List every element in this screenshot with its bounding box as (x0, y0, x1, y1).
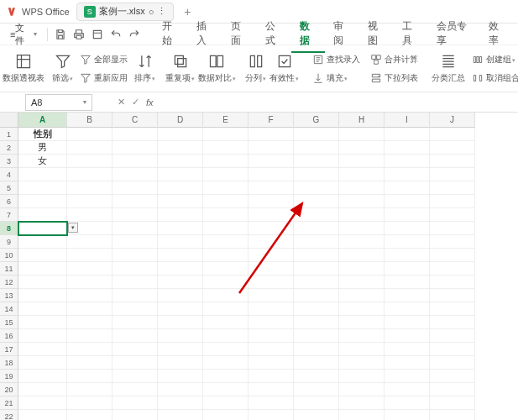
cell[interactable] (67, 289, 112, 302)
cell[interactable] (430, 235, 475, 249)
cell[interactable] (18, 289, 67, 302)
cell[interactable] (158, 141, 203, 155)
cell[interactable] (430, 208, 475, 222)
cell[interactable] (18, 343, 67, 356)
redo-icon[interactable] (128, 29, 140, 40)
cell[interactable] (249, 316, 294, 329)
tab-page[interactable]: 页面 (222, 16, 257, 53)
cell[interactable] (203, 195, 249, 208)
cell[interactable] (385, 396, 430, 410)
cell[interactable] (339, 289, 385, 302)
cell[interactable] (339, 370, 385, 383)
cell[interactable] (385, 168, 430, 181)
cell[interactable] (249, 195, 294, 208)
cell[interactable] (112, 168, 158, 181)
cell[interactable] (18, 235, 67, 249)
cell[interactable] (430, 396, 475, 410)
cell[interactable] (339, 195, 385, 208)
cell[interactable] (112, 370, 158, 383)
cell[interactable] (249, 155, 294, 168)
cell[interactable] (294, 128, 339, 141)
cell[interactable] (430, 356, 475, 370)
cell-dropdown-icon[interactable]: ▾ (68, 223, 78, 233)
cell[interactable] (203, 208, 249, 222)
cell[interactable] (203, 370, 249, 383)
pivot-table-button[interactable]: 数据透视表 (5, 50, 42, 87)
cell[interactable] (294, 356, 339, 370)
cell[interactable] (67, 370, 112, 383)
cell[interactable] (112, 343, 158, 356)
cell[interactable] (112, 302, 158, 316)
name-box[interactable]: A8 ▾ (25, 94, 92, 111)
row-header[interactable]: 14 (0, 302, 18, 316)
cell[interactable] (339, 343, 385, 356)
cell[interactable] (158, 249, 203, 262)
cell[interactable] (249, 128, 294, 141)
cell[interactable] (385, 276, 430, 289)
cell[interactable] (67, 208, 112, 222)
tab-view[interactable]: 视图 (359, 16, 394, 53)
chevron-down-icon[interactable]: ▾ (83, 98, 86, 106)
cell[interactable] (249, 168, 294, 181)
cell[interactable] (430, 249, 475, 262)
cell[interactable] (430, 168, 475, 181)
tab-data[interactable]: 数据 (291, 16, 326, 53)
column-header[interactable]: I (385, 113, 430, 128)
cell[interactable] (385, 356, 430, 370)
row-header[interactable]: 13 (0, 289, 18, 302)
cell[interactable] (339, 249, 385, 262)
cell[interactable] (158, 410, 203, 420)
cell[interactable] (385, 262, 430, 276)
cell[interactable] (203, 302, 249, 316)
cell[interactable] (339, 222, 385, 235)
cell[interactable]: 性别 (18, 128, 67, 141)
tab-review[interactable]: 审阅 (325, 16, 359, 53)
print-preview-icon[interactable] (92, 29, 103, 40)
cell[interactable] (112, 289, 158, 302)
cell[interactable] (203, 181, 249, 195)
cell[interactable] (430, 329, 475, 343)
cell[interactable] (249, 249, 294, 262)
cell[interactable] (67, 302, 112, 316)
cell[interactable] (430, 262, 475, 276)
cell[interactable] (203, 383, 249, 396)
cell[interactable] (249, 343, 294, 356)
cell[interactable] (158, 302, 203, 316)
cell[interactable] (430, 128, 475, 141)
cell[interactable] (112, 128, 158, 141)
row-header[interactable]: 4 (0, 168, 18, 181)
row-header[interactable]: 19 (0, 370, 18, 383)
filter-button[interactable]: 筛选▾ (52, 50, 73, 87)
file-menu-button[interactable]: ≡ 文件 ▾ (3, 20, 44, 49)
cell[interactable] (112, 276, 158, 289)
cell[interactable] (385, 235, 430, 249)
cell[interactable] (339, 155, 385, 168)
cell[interactable] (112, 383, 158, 396)
cell[interactable] (294, 235, 339, 249)
cell[interactable] (249, 235, 294, 249)
cell[interactable] (430, 181, 475, 195)
cell[interactable] (112, 356, 158, 370)
cell[interactable] (249, 302, 294, 316)
cell[interactable] (294, 208, 339, 222)
cell[interactable] (67, 181, 112, 195)
row-header[interactable]: 17 (0, 343, 18, 356)
sort-button[interactable]: 排序▾ (134, 50, 155, 87)
cell[interactable] (249, 222, 294, 235)
cell[interactable] (67, 343, 112, 356)
cell[interactable] (203, 276, 249, 289)
cell[interactable] (339, 316, 385, 329)
cell[interactable] (339, 208, 385, 222)
tab-member[interactable]: 会员专享 (428, 16, 480, 53)
cell[interactable] (294, 181, 339, 195)
cell[interactable] (112, 410, 158, 420)
column-header[interactable]: J (430, 113, 475, 128)
row-header[interactable]: 18 (0, 356, 18, 370)
cell[interactable] (18, 302, 67, 316)
cell[interactable] (158, 329, 203, 343)
cell[interactable] (112, 396, 158, 410)
cell[interactable] (249, 208, 294, 222)
save-icon[interactable] (55, 29, 66, 40)
tab-tools[interactable]: 工具 (394, 16, 428, 53)
fill-button[interactable]: 填充▾ (309, 71, 364, 86)
